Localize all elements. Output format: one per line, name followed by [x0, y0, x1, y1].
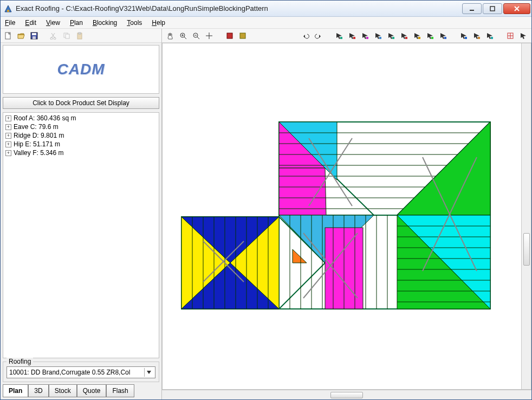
tree-item-ridge[interactable]: +Ridge D: 9.801 m — [5, 131, 157, 140]
minimize-button[interactable] — [462, 3, 482, 14]
arrow-tool-icon[interactable] — [359, 30, 371, 42]
undo-icon[interactable] — [300, 30, 312, 42]
svg-rect-29 — [227, 33, 232, 38]
svg-line-25 — [197, 37, 199, 39]
zoom-in-icon[interactable] — [177, 30, 189, 42]
arrow-tool-icon[interactable] — [437, 30, 449, 42]
arrow-tool-icon[interactable] — [411, 30, 423, 42]
tab-quote[interactable]: Quote — [77, 384, 107, 397]
right-pane — [162, 29, 531, 399]
copy-icon[interactable] — [61, 30, 72, 41]
tree-item-valley[interactable]: +Valley F: 5.346 m — [5, 149, 157, 157]
svg-rect-38 — [366, 37, 368, 39]
arrow-tool-icon[interactable] — [471, 30, 483, 42]
svg-rect-54 — [478, 37, 480, 39]
svg-rect-52 — [465, 37, 467, 39]
scroll-thumb[interactable] — [330, 392, 363, 398]
svg-rect-50 — [444, 37, 446, 39]
arrow-tool-icon[interactable] — [346, 30, 358, 42]
menu-view[interactable]: View — [46, 19, 60, 27]
measurement-tree[interactable]: +Roof A: 360.436 sq m +Eave C: 79.6 m +R… — [3, 112, 159, 358]
arrow-tool-icon[interactable] — [517, 30, 529, 42]
roofing-value: 10001: DD Brand,Corrugate 0.55 ZR8,Col — [9, 369, 130, 376]
window-buttons — [462, 3, 530, 14]
svg-marker-86 — [279, 168, 326, 215]
left-toolbar — [1, 29, 161, 43]
svg-rect-46 — [418, 37, 420, 39]
svg-rect-34 — [340, 37, 342, 39]
chevron-down-icon[interactable] — [144, 368, 153, 377]
save-icon[interactable] — [29, 30, 40, 41]
svg-rect-1 — [7, 10, 9, 12]
svg-rect-40 — [379, 37, 381, 39]
menu-file[interactable]: File — [5, 19, 15, 27]
open-icon[interactable] — [16, 30, 27, 41]
arrow-tool-icon[interactable] — [372, 30, 384, 42]
tab-plan[interactable]: Plan — [3, 384, 28, 397]
canvas[interactable] — [162, 43, 531, 390]
expand-icon[interactable]: + — [5, 133, 11, 139]
logo-text: CADM — [57, 61, 105, 78]
left-pane: CADM Click to Dock Product Set Display +… — [1, 29, 162, 399]
vertical-scrollbar[interactable] — [521, 43, 531, 389]
app-icon — [4, 4, 12, 13]
dock-product-set-button[interactable]: Click to Dock Product Set Display — [3, 97, 159, 109]
svg-rect-10 — [33, 36, 36, 39]
svg-rect-44 — [405, 37, 407, 39]
tree-item-hip[interactable]: +Hip E: 51.171 m — [5, 140, 157, 149]
svg-line-21 — [184, 37, 186, 39]
roofing-group: Roofing 10001: DD Brand,Corrugate 0.55 Z… — [3, 362, 159, 382]
bottom-tabs: Plan 3D Stock Quote Flash — [3, 384, 159, 397]
zoom-out-icon[interactable] — [190, 30, 202, 42]
cut-icon[interactable] — [48, 30, 59, 41]
expand-icon[interactable]: + — [5, 150, 11, 156]
expand-icon[interactable]: + — [5, 141, 11, 147]
crosshair-icon[interactable] — [203, 30, 215, 42]
expand-icon[interactable]: + — [5, 124, 11, 130]
titlebar: Exact Roofing - C:\Exact-RoofingV321Web\… — [1, 1, 531, 17]
menu-blocking[interactable]: Blocking — [93, 19, 117, 27]
tool-icon[interactable] — [224, 30, 236, 42]
arrow-tool-icon[interactable] — [385, 30, 397, 42]
menu-tools[interactable]: Tools — [127, 19, 142, 27]
arrow-tool-icon[interactable] — [424, 30, 436, 42]
horizontal-scrollbar[interactable] — [162, 390, 531, 399]
expand-icon[interactable]: + — [5, 115, 11, 121]
svg-marker-31 — [303, 35, 305, 38]
svg-rect-56 — [491, 37, 493, 39]
roofing-select[interactable]: 10001: DD Brand,Corrugate 0.55 ZR8,Col — [7, 366, 155, 378]
menu-plan[interactable]: Plan — [70, 19, 83, 27]
hand-icon[interactable] — [164, 30, 176, 42]
tab-3d[interactable]: 3D — [28, 384, 48, 397]
toolbar-separator — [42, 30, 46, 41]
menu-help[interactable]: Help — [152, 19, 165, 27]
tab-stock[interactable]: Stock — [49, 384, 77, 397]
svg-rect-30 — [240, 33, 245, 38]
arrow-tool-icon[interactable] — [333, 30, 345, 42]
tool-icon[interactable] — [237, 30, 249, 42]
arrow-tool-icon[interactable] — [398, 30, 410, 42]
paste-icon[interactable] — [74, 30, 85, 41]
logo-box: CADM — [3, 45, 159, 94]
svg-marker-60 — [521, 33, 526, 39]
tab-flash[interactable]: Flash — [106, 384, 134, 397]
tree-item-eave[interactable]: +Eave C: 79.6 m — [5, 122, 157, 131]
tree-item-roof[interactable]: +Roof A: 360.436 sq m — [5, 114, 157, 122]
arrow-tool-icon[interactable] — [458, 30, 470, 42]
svg-rect-48 — [431, 37, 433, 39]
close-button[interactable] — [503, 3, 530, 14]
new-icon[interactable] — [3, 30, 14, 41]
canvas-toolbar — [162, 29, 531, 43]
window-title: Exact Roofing - C:\Exact-RoofingV321Web\… — [16, 4, 462, 12]
menu-edit[interactable]: Edit — [25, 19, 36, 27]
arrow-tool-icon[interactable] — [484, 30, 496, 42]
grid-icon[interactable] — [504, 30, 516, 42]
svg-rect-3 — [490, 7, 495, 11]
redo-icon[interactable] — [313, 30, 325, 42]
maximize-button[interactable] — [483, 3, 502, 14]
content-area: CADM Click to Dock Product Set Display +… — [1, 29, 531, 399]
svg-rect-18 — [79, 33, 81, 34]
roofing-legend: Roofing — [7, 358, 33, 365]
scroll-thumb[interactable] — [523, 233, 530, 266]
svg-rect-16 — [66, 34, 69, 38]
